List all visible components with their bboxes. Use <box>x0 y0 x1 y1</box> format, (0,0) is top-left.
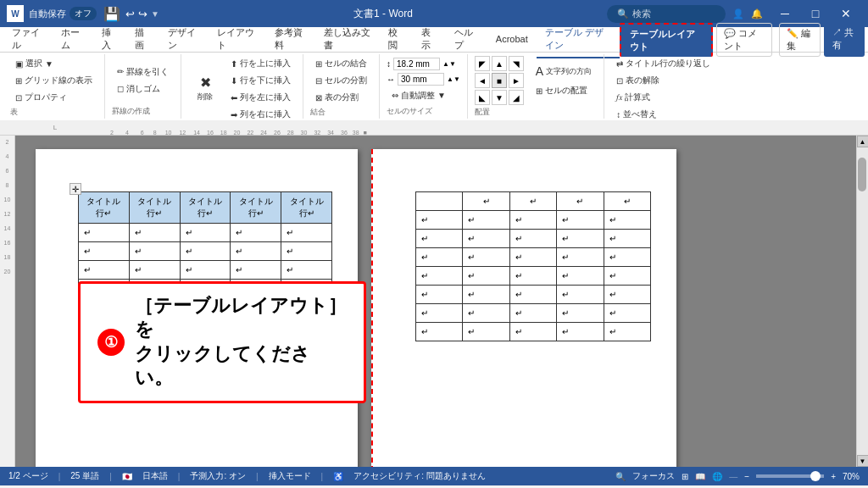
insert-below-button[interactable]: ⬇ 行を下に挿入 <box>225 73 296 88</box>
align-ml[interactable]: ◄ <box>475 73 490 88</box>
text-direction-button[interactable]: A 文字列の方向 <box>531 63 597 80</box>
edit-icon: ✏️ <box>787 28 798 38</box>
align-mr[interactable]: ► <box>509 73 524 88</box>
focus-icon[interactable]: 🔍 <box>615 472 626 481</box>
layout-view-icon[interactable]: ⊞ <box>682 472 688 481</box>
auto-fit-button[interactable]: ⇔ 自動調整 ▼ <box>387 88 460 103</box>
auto-fit-icon: ⇔ <box>392 91 398 100</box>
scroll-down-button[interactable]: ▼ <box>857 455 869 467</box>
width-spinner[interactable]: ▲▼ <box>447 75 460 83</box>
tab-table-design[interactable]: テーブル デザイン <box>537 21 620 58</box>
grid-lines-button[interactable]: ⊞ グリッド線の表示 <box>10 73 97 88</box>
autosave-section: 自動保存 オフ <box>29 7 97 20</box>
annotation-text: ［テーブルレイアウト］を クリックしてください。 <box>135 294 347 391</box>
align-bl[interactable]: ◣ <box>475 90 490 105</box>
tab-acrobat[interactable]: Acrobat <box>487 29 537 51</box>
erase-button[interactable]: ◻ 消しゴム <box>112 81 174 97</box>
align-tr[interactable]: ◥ <box>509 56 524 71</box>
insert-above-button[interactable]: ⬆ 行を上に挿入 <box>225 56 296 71</box>
merge-cells-button[interactable]: ⊞ セルの結合 <box>310 56 372 71</box>
tab-file[interactable]: ファイル <box>3 21 53 58</box>
tab-mailings[interactable]: 差し込み文書 <box>315 21 381 58</box>
select-button[interactable]: ▣ 選択 ▼ <box>10 56 97 71</box>
search-box[interactable]: 🔍 検索 <box>607 5 726 23</box>
autosave-label: 自動保存 <box>29 8 66 20</box>
left-ruler: 2 4 6 8 10 12 14 16 18 20 <box>0 136 15 467</box>
focus-label: フォーカス <box>632 470 675 482</box>
align-mc[interactable]: ■ <box>492 73 507 88</box>
ribbon-group-rows: ✖ 削除 ⬆ 行を上に挿入 ⬇ 行を下に挿入 ⬅ 列を左に挿入 ➡ 列 <box>181 54 303 119</box>
height-icon: ↕ <box>387 59 391 69</box>
tab-view[interactable]: 表示 <box>413 21 446 58</box>
properties-button[interactable]: ⊡ プロパティ <box>10 90 97 105</box>
erase-icon: ◻ <box>117 84 124 93</box>
comment-button[interactable]: 💬 コメント <box>716 23 772 57</box>
formula-icon: 𝑓𝑥 <box>616 92 622 103</box>
tab-design[interactable]: デザイン <box>159 21 209 58</box>
share-button[interactable]: ↗ 共有 <box>824 23 865 57</box>
insert-below-icon: ⬇ <box>231 76 237 86</box>
bell-icon[interactable]: 🔔 <box>751 8 763 19</box>
split-icon: ⊟ <box>315 76 322 86</box>
table-group-content: ▣ 選択 ▼ ⊞ グリッド線の表示 ⊡ プロパティ <box>10 56 97 105</box>
page-2: ↵ ↵ ↵ ↵ ↵ ↵ ↵ ↵ ↵ ↵ ↵ ↵ ↵ ↵ <box>371 149 676 467</box>
share-icon: ↗ <box>832 27 842 37</box>
page-count: 1/2 ページ <box>8 470 48 482</box>
cell: ↵ <box>180 242 231 261</box>
scroll-thumb[interactable] <box>858 158 866 191</box>
draw-table-button[interactable]: ✏ 罫線を引く <box>112 64 174 80</box>
title-row-repeat-button[interactable]: ⇄ タイトル行の繰り返し <box>611 56 715 71</box>
p2-header-1 <box>416 192 463 211</box>
table-row: ↵ ↵ ↵ ↵ ↵ <box>416 230 651 248</box>
tab-help[interactable]: ヘルプ <box>446 21 487 58</box>
insert-right-icon: ➡ <box>231 110 237 119</box>
split-cells-button[interactable]: ⊟ セルの分割 <box>310 73 372 88</box>
table-row: ↵ ↵ ↵ ↵ ↵ <box>416 267 651 286</box>
table-row: ↵ ↵ ↵ ↵ ↵ <box>416 304 651 323</box>
split-table-button[interactable]: ⊠ 表の分割 <box>310 90 372 105</box>
alignment-group-content: ◤ ▲ ◥ ◄ ■ ► ◣ ▼ ◢ A 文字列の方向 <box>475 56 597 105</box>
merge-icon: ⊞ <box>315 59 322 69</box>
tab-layout[interactable]: レイアウト <box>209 21 265 58</box>
align-tc[interactable]: ▲ <box>492 56 507 71</box>
delete-button[interactable]: ✖ 削除 <box>188 75 222 104</box>
height-input[interactable] <box>393 58 440 70</box>
autosave-toggle[interactable]: オフ <box>70 7 97 20</box>
redo-icon[interactable]: ↪ <box>138 8 147 20</box>
tab-references[interactable]: 参考資料 <box>266 21 315 58</box>
cell: ↵ <box>79 261 130 280</box>
cell: ↵ <box>557 323 604 341</box>
cell: ↵ <box>509 267 556 286</box>
width-input[interactable] <box>398 73 444 86</box>
zoom-out-button[interactable]: − <box>744 472 749 481</box>
annotation-number: ① <box>97 329 125 356</box>
zoom-in-button[interactable]: + <box>831 472 836 481</box>
cell: ↵ <box>463 248 509 267</box>
insert-left-button[interactable]: ⬅ 列を左に挿入 <box>225 90 296 105</box>
zoom-track <box>756 474 824 478</box>
align-br[interactable]: ◢ <box>509 90 524 105</box>
save-icon[interactable]: 💾 <box>103 6 120 22</box>
table-page2: ↵ ↵ ↵ ↵ ↵ ↵ ↵ ↵ ↵ ↵ ↵ ↵ ↵ ↵ <box>415 191 651 341</box>
web-view-icon[interactable]: 🌐 <box>712 472 722 481</box>
read-view-icon[interactable]: 📖 <box>695 472 705 481</box>
undo-icon[interactable]: ↩ <box>125 8 135 20</box>
table-row: ↵ ↵ ↵ ↵ ↵ <box>416 286 651 304</box>
cell: ↵ <box>416 304 463 323</box>
tab-review[interactable]: 校閲 <box>380 21 413 58</box>
align-tl[interactable]: ◤ <box>475 56 490 71</box>
cell: ↵ <box>509 230 556 248</box>
cell-align-button[interactable]: ⊞ セルの配置 <box>531 83 597 98</box>
tab-draw[interactable]: 描画 <box>126 21 159 58</box>
tab-home[interactable]: ホーム <box>53 21 93 58</box>
table-move-handle[interactable]: ✛ <box>70 183 81 195</box>
formula-button[interactable]: 𝑓𝑥 計算式 <box>611 90 715 105</box>
align-bc[interactable]: ▼ <box>492 90 507 105</box>
tab-table-layout[interactable]: テーブルレイアウト <box>620 23 712 57</box>
height-spinner[interactable]: ▲▼ <box>442 60 456 68</box>
convert-table-button[interactable]: ⊡ 表の解除 <box>611 73 715 88</box>
user-icon[interactable]: 👤 <box>732 8 744 19</box>
scroll-up-button[interactable]: ▲ <box>857 136 869 147</box>
edit-button[interactable]: ✏️ 編集 <box>779 23 821 57</box>
tab-insert[interactable]: 挿入 <box>93 21 126 58</box>
